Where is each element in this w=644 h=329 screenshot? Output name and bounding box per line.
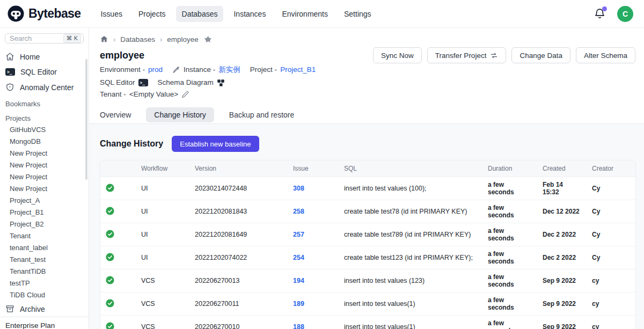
table-row[interactable]: UI20230214072448308insert into test valu…	[100, 177, 635, 200]
sidebar-project-item[interactable]: TiDB Cloud	[0, 289, 89, 301]
sidebar-project-item[interactable]: Tenant	[0, 230, 89, 242]
table-row[interactable]: VCS202206270011189insert into test value…	[100, 292, 635, 315]
home-breadcrumb-icon[interactable]	[100, 35, 108, 43]
sidebar-item-archive[interactable]: Archive	[0, 301, 89, 317]
bytebase-logo[interactable]: Bytebase	[8, 5, 80, 22]
workflow-cell: VCS	[136, 315, 189, 329]
edit-pencil-icon[interactable]	[181, 91, 189, 98]
table-column-header: SQL	[339, 160, 482, 177]
table-column-header: Duration	[482, 160, 537, 177]
schema-diagram-label: Schema Diagram	[158, 78, 214, 87]
sidebar-project-item[interactable]: testTP	[0, 277, 89, 289]
nav-item-environments[interactable]: Environments	[276, 6, 334, 22]
project-link[interactable]: Project_B1	[280, 65, 316, 75]
issue-link[interactable]: 188	[293, 323, 304, 329]
issue-link[interactable]: 254	[293, 254, 304, 261]
creator-cell: cy	[587, 269, 635, 292]
sidebar-item-home[interactable]: Home	[0, 49, 89, 64]
issue-cell: 254	[288, 246, 339, 269]
row-status-cell	[100, 223, 136, 246]
search-placeholder: Search	[10, 34, 63, 42]
workflow-cell: VCS	[136, 292, 189, 315]
sidebar-project-item[interactable]: Project_A	[0, 195, 89, 207]
issue-link[interactable]: 194	[293, 277, 304, 284]
notifications-button[interactable]	[594, 8, 606, 20]
table-column-header: Workflow	[136, 160, 189, 177]
bookmark-star-icon[interactable]	[203, 35, 213, 44]
table-column-header: Issue	[288, 160, 339, 177]
version-cell: 20221202074022	[189, 246, 288, 269]
sql-cell: create table test123 (id int PRIMARY KEY…	[339, 246, 482, 269]
environment-label: Environment -	[100, 65, 145, 75]
table-row[interactable]: UI20221202081649257create table test789 …	[100, 223, 635, 246]
row-status-cell	[100, 246, 136, 269]
change-data-button[interactable]: Change Data	[511, 47, 570, 63]
sql-editor-link[interactable]: SQL Editor >_	[100, 78, 148, 87]
duration-cell: a few seconds	[482, 315, 537, 329]
version-cell: 20221202081649	[189, 223, 288, 246]
tab-backup-and-restore[interactable]: Backup and restore	[229, 107, 294, 122]
nav-item-databases[interactable]: Databases	[176, 6, 224, 22]
page-actions: Sync NowTransfer ProjectChange DataAlter…	[373, 45, 635, 63]
nav-item-settings[interactable]: Settings	[338, 6, 377, 22]
notification-dot	[602, 6, 607, 11]
project-list: GitHubVCSMongoDBNew ProjectNew ProjectNe…	[0, 124, 89, 301]
breadcrumb: › Databases › employee	[100, 33, 635, 45]
sidebar-project-item[interactable]: Project_B1	[0, 207, 89, 218]
establish-baseline-button[interactable]: Establish new baseline	[172, 136, 259, 152]
sql-cell: create table test789 (id int PRIMARY KEY…	[339, 223, 482, 246]
tenant-value: <Empty Value>	[129, 90, 178, 99]
search-input[interactable]: Search ⌘ K	[5, 33, 84, 43]
issue-link[interactable]: 258	[293, 208, 304, 215]
sidebar-item-anomaly-center[interactable]: Anomaly Center	[0, 79, 89, 95]
schema-diagram-link[interactable]: Schema Diagram	[158, 78, 225, 87]
transfer-project-button[interactable]: Transfer Project	[427, 47, 507, 63]
sidebar-project-item[interactable]: New Project	[0, 171, 89, 183]
duration-cell: a few seconds	[482, 292, 537, 315]
nav-item-issues[interactable]: Issues	[94, 6, 128, 22]
sidebar-project-item[interactable]: Tenant_test	[0, 254, 89, 266]
issue-link[interactable]: 308	[293, 185, 304, 192]
creator-cell: Cy	[587, 200, 635, 223]
issue-link[interactable]: 189	[293, 300, 304, 308]
sidebar-item-sql-editor[interactable]: >_SQL Editor	[0, 64, 89, 79]
table-row[interactable]: VCS202206270010188insert into test value…	[100, 315, 635, 329]
sql-cell: insert into test values(1)	[339, 315, 482, 329]
sidebar-project-item[interactable]: TenantTiDB	[0, 266, 89, 277]
primary-nav: IssuesProjectsDatabasesInstancesEnvironm…	[94, 6, 377, 22]
sidebar-project-item[interactable]: tenant_label	[0, 242, 89, 254]
bytebase-logo-icon	[8, 5, 24, 22]
plan-label[interactable]: Enterprise Plan	[0, 317, 89, 329]
alter-schema-button[interactable]: Alter Schema	[576, 47, 635, 63]
row-status-cell	[100, 177, 136, 200]
table-column-header: Creator	[587, 160, 635, 177]
sidebar-scrollbar[interactable]	[85, 59, 87, 180]
nav-item-projects[interactable]: Projects	[133, 6, 172, 22]
sidebar-item-label: Home	[20, 53, 40, 61]
breadcrumb-databases[interactable]: Databases	[120, 35, 155, 43]
sync-now-button[interactable]: Sync Now	[373, 47, 422, 63]
instance-link[interactable]: 新实例	[218, 65, 240, 75]
version-cell: 20230214072448	[189, 177, 288, 200]
success-check-icon	[106, 322, 114, 329]
issue-link[interactable]: 257	[293, 231, 304, 238]
table-row[interactable]: VCS202206270013194insert into test value…	[100, 269, 635, 292]
sidebar-project-item[interactable]: New Project	[0, 148, 89, 159]
sidebar-project-item[interactable]: Project_B2	[0, 218, 89, 230]
sidebar-project-item[interactable]: GitHubVCS	[0, 124, 89, 136]
nav-item-instances[interactable]: Instances	[228, 6, 272, 22]
sql-editor-icon: >_	[138, 79, 148, 86]
sidebar-menu: Home>_SQL EditorAnomaly Center	[0, 49, 89, 95]
brand-wordmark: Bytebase	[28, 6, 80, 21]
tab-overview[interactable]: Overview	[100, 107, 131, 122]
table-row[interactable]: UI20221202074022254create table test123 …	[100, 246, 635, 269]
version-cell: 202206270010	[189, 315, 288, 329]
sidebar-project-item[interactable]: MongoDB	[0, 136, 89, 148]
sidebar-project-item[interactable]: New Project	[0, 159, 89, 171]
table-row[interactable]: UI20221202081843258create table test78 (…	[100, 200, 635, 223]
sql-cell: insert into test values (123)	[339, 269, 482, 292]
user-avatar[interactable]: C	[617, 6, 633, 22]
tab-change-history[interactable]: Change History	[146, 107, 214, 122]
environment-link[interactable]: prod	[148, 65, 163, 75]
sidebar-project-item[interactable]: New Project	[0, 183, 89, 195]
